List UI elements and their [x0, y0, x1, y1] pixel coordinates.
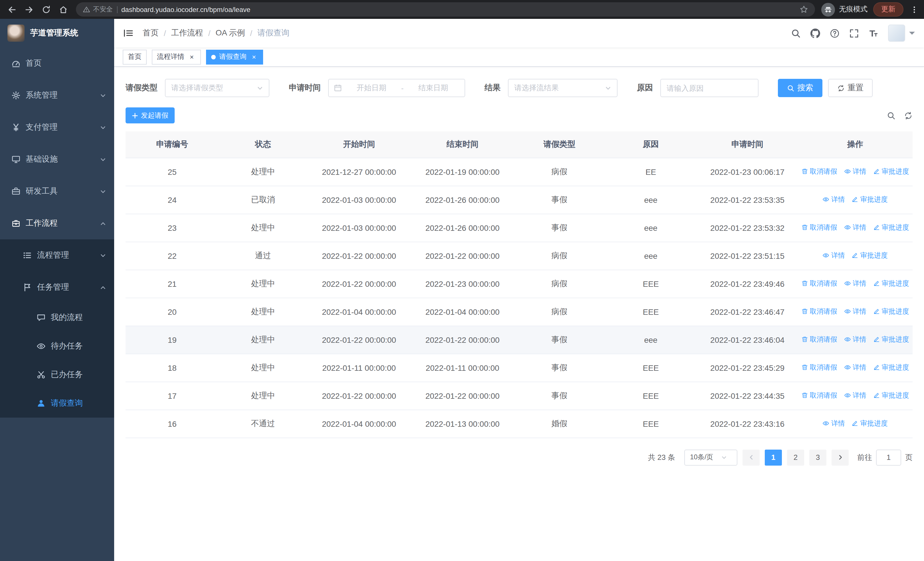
- detail-link[interactable]: 详情: [844, 223, 866, 233]
- sidebar-item-todo-tasks[interactable]: 待办任务: [0, 332, 114, 361]
- apply-time-label: 申请时间: [289, 83, 321, 93]
- sidebar-item-task-management[interactable]: 任务管理: [0, 271, 114, 303]
- update-button[interactable]: 更新: [873, 2, 903, 17]
- page-content: 请假类型 请选择请假类型 申请时间 开始日期 - 结束日期: [114, 67, 924, 561]
- sidebar-item-workflow[interactable]: 工作流程: [0, 208, 114, 239]
- breadcrumb-item[interactable]: OA 示例: [216, 28, 245, 38]
- approval-progress-link[interactable]: 审批进度: [873, 391, 909, 400]
- github-icon[interactable]: [810, 28, 820, 38]
- page-button-1[interactable]: 1: [765, 449, 782, 465]
- omnibox-divider: [117, 6, 117, 13]
- sidebar-item-done-tasks[interactable]: 已办任务: [0, 361, 114, 389]
- tab-leave-query[interactable]: 请假查询×: [206, 50, 263, 64]
- leave-type-select[interactable]: 请选择请假类型: [165, 79, 269, 97]
- cancel-leave-link[interactable]: 取消请假: [801, 223, 837, 233]
- date-range-picker[interactable]: 开始日期 - 结束日期: [328, 79, 465, 97]
- goto-unit: 页: [905, 452, 913, 462]
- font-size-icon[interactable]: [868, 28, 878, 38]
- approval-progress-link[interactable]: 审批进度: [873, 335, 909, 344]
- tab-process-detail[interactable]: 流程详情×: [152, 50, 201, 64]
- column-header: 原因: [604, 131, 697, 158]
- goto-page-input[interactable]: [876, 449, 901, 465]
- logo-avatar: [8, 24, 24, 42]
- cell-type: 事假: [514, 214, 604, 242]
- prev-page-button[interactable]: [742, 449, 760, 465]
- bookmark-star-icon[interactable]: [800, 5, 808, 14]
- reset-button[interactable]: 重置: [828, 79, 873, 97]
- cancel-leave-link[interactable]: 取消请假: [801, 363, 837, 373]
- breadcrumb-item[interactable]: 工作流程: [171, 28, 203, 38]
- cell-actions: 取消请假详情审批进度: [798, 214, 913, 242]
- cell-end: 2022-01-04 00:00:00: [411, 298, 514, 326]
- sidebar-item-dev-tools[interactable]: 研发工具: [0, 175, 114, 208]
- approval-progress-link[interactable]: 审批进度: [873, 223, 909, 233]
- sidebar-toggle-icon[interactable]: [123, 28, 134, 38]
- search-icon[interactable]: [791, 28, 801, 38]
- tab-home[interactable]: 首页: [123, 50, 147, 64]
- cell-end: 2022-01-23 00:00:00: [411, 270, 514, 298]
- help-icon[interactable]: [830, 28, 840, 38]
- cell-actions: 取消请假详情审批进度: [798, 158, 913, 186]
- home-icon[interactable]: [56, 2, 71, 17]
- forward-icon[interactable]: [22, 2, 36, 17]
- sidebar-item-payment-management[interactable]: 支付管理: [0, 111, 114, 143]
- security-warning[interactable]: 不安全: [83, 5, 113, 14]
- user-menu[interactable]: [888, 24, 915, 42]
- logo[interactable]: 芋道管理系统: [0, 19, 114, 47]
- detail-link[interactable]: 详情: [823, 195, 845, 205]
- approval-progress-link[interactable]: 审批进度: [873, 279, 909, 289]
- pagination: 共 23 条 10条/页 123 前往 页: [126, 449, 913, 465]
- detail-link[interactable]: 详情: [823, 419, 845, 429]
- detail-link[interactable]: 详情: [844, 167, 866, 176]
- detail-link[interactable]: 详情: [844, 391, 866, 400]
- approval-progress-link[interactable]: 审批进度: [873, 363, 909, 373]
- refresh-table-icon[interactable]: [904, 111, 913, 120]
- detail-link[interactable]: 详情: [844, 335, 866, 344]
- sidebar-item-process-management[interactable]: 流程管理: [0, 239, 114, 271]
- close-icon[interactable]: ×: [188, 53, 196, 61]
- cancel-leave-link[interactable]: 取消请假: [801, 167, 837, 176]
- reason-input[interactable]: [660, 79, 759, 97]
- toggle-search-icon[interactable]: [887, 111, 896, 120]
- fullscreen-icon[interactable]: [849, 28, 859, 38]
- page-button-3[interactable]: 3: [809, 449, 826, 465]
- search-button[interactable]: 搜索: [778, 79, 822, 97]
- cancel-leave-link[interactable]: 取消请假: [801, 391, 837, 400]
- cancel-leave-link[interactable]: 取消请假: [801, 279, 837, 289]
- approval-progress-link[interactable]: 审批进度: [852, 195, 888, 205]
- reload-icon[interactable]: [39, 2, 54, 17]
- cell-type: 病假: [514, 298, 604, 326]
- sidebar-item-infrastructure[interactable]: 基础设施: [0, 143, 114, 175]
- logo-title: 芋道管理系统: [30, 28, 78, 38]
- detail-link[interactable]: 详情: [823, 251, 845, 260]
- action-label: 详情: [831, 251, 845, 260]
- sidebar-item-system-management[interactable]: 系统管理: [0, 80, 114, 111]
- sidebar-item-label: 工作流程: [26, 218, 95, 229]
- cell-end: 2022-01-26 00:00:00: [411, 186, 514, 214]
- detail-link[interactable]: 详情: [844, 363, 866, 373]
- sidebar-item-home[interactable]: 首页: [0, 47, 114, 80]
- approval-progress-link[interactable]: 审批进度: [873, 167, 909, 176]
- sidebar-item-my-processes[interactable]: 我的流程: [0, 303, 114, 332]
- url-bar[interactable]: 不安全 dashboard.yudao.iocoder.cn/bpm/oa/le…: [76, 2, 815, 17]
- page-button-2[interactable]: 2: [787, 449, 804, 465]
- detail-link[interactable]: 详情: [844, 279, 866, 289]
- create-leave-button[interactable]: 发起请假: [126, 107, 175, 123]
- cancel-leave-link[interactable]: 取消请假: [801, 307, 837, 316]
- back-icon[interactable]: [4, 2, 20, 17]
- chevron-down-icon: [257, 85, 263, 91]
- detail-link[interactable]: 详情: [844, 307, 866, 316]
- cell-type: 病假: [514, 242, 604, 270]
- result-select[interactable]: 请选择流结果: [508, 79, 618, 97]
- cancel-leave-link[interactable]: 取消请假: [801, 335, 837, 344]
- page-size-select[interactable]: 10条/页: [684, 449, 737, 465]
- next-page-button[interactable]: [831, 449, 849, 465]
- approval-progress-link[interactable]: 审批进度: [852, 251, 888, 260]
- approval-progress-link[interactable]: 审批进度: [852, 419, 888, 429]
- create-leave-label: 发起请假: [141, 111, 168, 120]
- close-icon[interactable]: ×: [250, 53, 258, 61]
- sidebar-item-leave-query[interactable]: 请假查询: [0, 389, 114, 418]
- breadcrumb-item[interactable]: 首页: [142, 28, 159, 38]
- browser-menu-icon[interactable]: [909, 2, 920, 17]
- approval-progress-link[interactable]: 审批进度: [873, 307, 909, 316]
